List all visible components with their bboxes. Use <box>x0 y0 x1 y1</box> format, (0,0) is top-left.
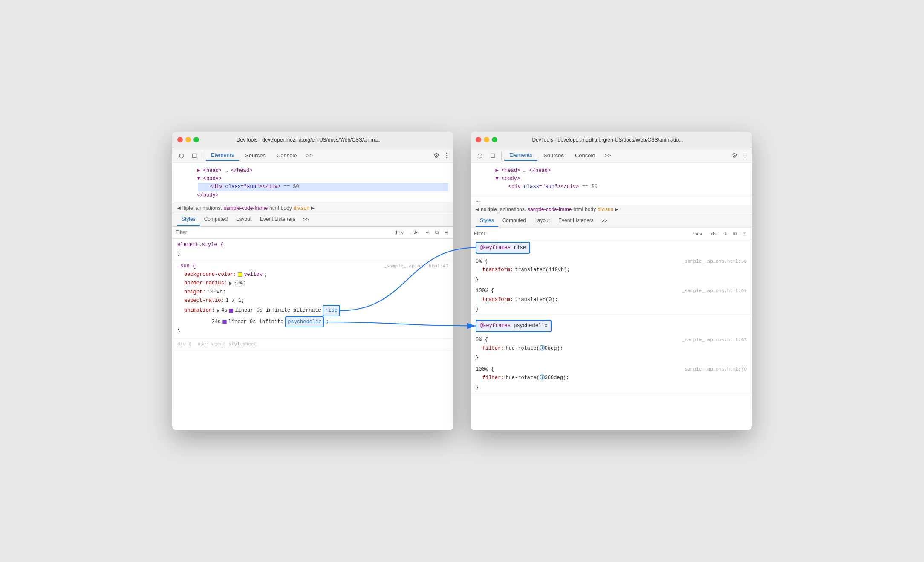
breadcrumb-html[interactable]: html <box>269 205 279 211</box>
dots-row: ... <box>471 195 752 205</box>
cls-button-1[interactable]: .cls <box>408 229 422 236</box>
more-icon-1[interactable]: ⋮ <box>443 151 450 159</box>
more-icon-2[interactable]: ⋮ <box>742 151 748 159</box>
sidebar-icon-1[interactable]: ⊟ <box>442 229 450 236</box>
panel-tab-layout-2[interactable]: Layout <box>530 215 554 227</box>
css-prop-animation[interactable]: animation: <box>184 306 215 315</box>
css-val: yellow <box>244 270 262 279</box>
tab-sources-1[interactable]: Sources <box>240 151 271 160</box>
filter-buttons-2: :hov .cls + ⧉ ⊟ <box>690 230 748 238</box>
copy-icon-1[interactable]: ⧉ <box>433 229 441 236</box>
inspector-icon-2[interactable]: ☐ <box>487 150 499 162</box>
css-close-rise-0: } <box>476 275 747 285</box>
css-prop[interactable]: border-radius: <box>184 279 227 287</box>
css-prop-transform[interactable]: transform: <box>482 266 513 274</box>
keyframe-rise-block: @keyframes rise 0% { _sample_.ap…ons.htm… <box>471 240 752 315</box>
tab-console-2[interactable]: Console <box>570 151 601 160</box>
breadcrumb-body[interactable]: body <box>281 205 292 211</box>
gear-icon-2[interactable]: ⚙ <box>729 150 741 162</box>
css-div-selector: div { <box>177 342 191 347</box>
css-prop[interactable]: background-color: <box>184 270 236 279</box>
breadcrumb-body-2[interactable]: body <box>585 206 596 212</box>
breadcrumb-arrow-right-2[interactable]: ▶ <box>615 207 618 211</box>
psychedelic-highlight[interactable]: psychedelic <box>285 316 324 327</box>
css-line-bg: background-color: yellow ; <box>177 270 448 279</box>
css-val-filter0: hue-rotate(ⓘ0deg); <box>505 344 563 353</box>
breadcrumb-divsun[interactable]: div.sun <box>294 205 309 211</box>
breadcrumb-divsun-2[interactable]: div.sun <box>598 206 613 212</box>
panel-tabs-more-1[interactable]: >> <box>303 217 309 223</box>
filter-input-1[interactable] <box>176 229 392 235</box>
sidebar-icon-2[interactable]: ⊟ <box>741 230 748 238</box>
css-prop[interactable]: height: <box>184 288 205 296</box>
breadcrumb-arrow-left-2[interactable]: ◀ <box>476 207 479 211</box>
toolbar-more-1[interactable]: >> <box>303 151 316 160</box>
css-rule-sun: .sun { _sample_.ap…ons.html:47 backgroun… <box>172 260 453 339</box>
panel-tab-computed-1[interactable]: Computed <box>200 214 232 226</box>
css-val-4s: 4s <box>221 306 227 315</box>
color-swatch-purple[interactable] <box>229 309 233 313</box>
css-prop[interactable]: aspect-ratio: <box>184 296 224 305</box>
html-selected-line[interactable]: <div class="sun"></div> == $0 <box>177 183 448 191</box>
keyframes-rise-label[interactable]: @keyframes rise <box>476 242 530 254</box>
css-prop-filter0[interactable]: filter: <box>482 344 504 353</box>
hov-button-2[interactable]: :hov <box>690 230 705 238</box>
toolbar-divider <box>203 151 203 160</box>
css-line-transform100: transform: translateY(0); <box>476 295 747 304</box>
breadcrumb-link-2[interactable]: sample-code-frame <box>528 206 572 212</box>
gear-icon-1[interactable]: ⚙ <box>430 150 442 162</box>
copy-icon-2[interactable]: ⧉ <box>732 230 739 238</box>
css-val-linear2: linear 0s infinite <box>228 318 284 326</box>
tab-console-1[interactable]: Console <box>271 151 302 160</box>
keyframe-rise-header: @keyframes rise <box>476 240 747 255</box>
devtools-window-2: DevTools - developer.mozilla.org/en-US/d… <box>471 132 752 430</box>
css-selector-sun[interactable]: .sun { <box>177 262 196 270</box>
css-prop-transform100[interactable]: transform: <box>482 295 513 304</box>
css-prop-filter100[interactable]: filter: <box>482 374 504 382</box>
add-button-1[interactable]: + <box>423 229 432 236</box>
tab-elements-2[interactable]: Elements <box>504 150 537 161</box>
tab-sources-2[interactable]: Sources <box>538 151 569 160</box>
keyframe-100pct: 100% { <box>476 287 494 295</box>
css-panel-1: element.style { } .sun { _sample_.ap…ons… <box>172 239 453 430</box>
toolbar-more-2[interactable]: >> <box>601 151 615 160</box>
breadcrumb-html-2[interactable]: html <box>573 206 583 212</box>
tab-elements-1[interactable]: Elements <box>206 150 239 161</box>
breadcrumb-arrow-left[interactable]: ◀ <box>177 206 181 210</box>
panel-tab-events-2[interactable]: Event Listeners <box>554 215 598 227</box>
triangle-icon-anim[interactable] <box>217 309 219 313</box>
add-button-2[interactable]: + <box>722 230 730 238</box>
triangle-icon[interactable] <box>229 281 232 286</box>
panel-tab-styles-2[interactable]: Styles <box>476 215 498 227</box>
panel-tab-computed-2[interactable]: Computed <box>498 215 530 227</box>
window-title-2: DevTools - developer.mozilla.org/en-US/d… <box>471 137 747 143</box>
css-close-brace2: } <box>177 327 448 336</box>
css-source-67: _sample_.ap…ons.html:67 <box>682 336 747 344</box>
breadcrumb-arrow-right[interactable]: ▶ <box>311 206 315 210</box>
hov-button-1[interactable]: :hov <box>392 229 407 236</box>
keyframes-psychedelic-label[interactable]: @keyframes psychedelic <box>476 320 552 332</box>
filter-bar-2: :hov .cls + ⧉ ⊟ <box>471 228 752 240</box>
rise-highlight[interactable]: rise <box>323 305 340 316</box>
color-swatch-purple2[interactable] <box>222 320 227 324</box>
cls-button-2[interactable]: .cls <box>707 230 720 238</box>
breadcrumb-link[interactable]: sample-code-frame <box>224 205 268 211</box>
color-swatch-yellow[interactable] <box>238 272 242 277</box>
inspector-icon[interactable]: ☐ <box>188 150 200 162</box>
cursor-icon[interactable]: ⬡ <box>176 150 188 162</box>
filter-input-2[interactable] <box>474 231 690 237</box>
cursor-icon-2[interactable]: ⬡ <box>474 150 486 162</box>
panel-tab-events-1[interactable]: Event Listeners <box>256 214 300 226</box>
at-name-rise: rise <box>514 245 526 251</box>
css-close-psych-0: } <box>476 353 747 363</box>
at-keyword-2: @keyframes <box>480 323 511 329</box>
panel-tabs-more-2[interactable]: >> <box>601 218 607 224</box>
panel-tab-layout-1[interactable]: Layout <box>232 214 256 226</box>
panel-tab-styles-1[interactable]: Styles <box>177 214 200 226</box>
html-line-2: ▶ <head> … </head> <box>476 167 747 175</box>
keyframe-psychedelic-block: @keyframes psychedelic 0% { _sample_.ap…… <box>471 318 752 393</box>
css-line-animation: animation: 4s linear 0s infinite alterna… <box>177 305 448 316</box>
toolbar-divider-2 <box>501 151 502 160</box>
css-selector[interactable]: element.style { <box>177 240 223 249</box>
breadcrumb-prefix: ltiple_animations. <box>182 205 222 211</box>
